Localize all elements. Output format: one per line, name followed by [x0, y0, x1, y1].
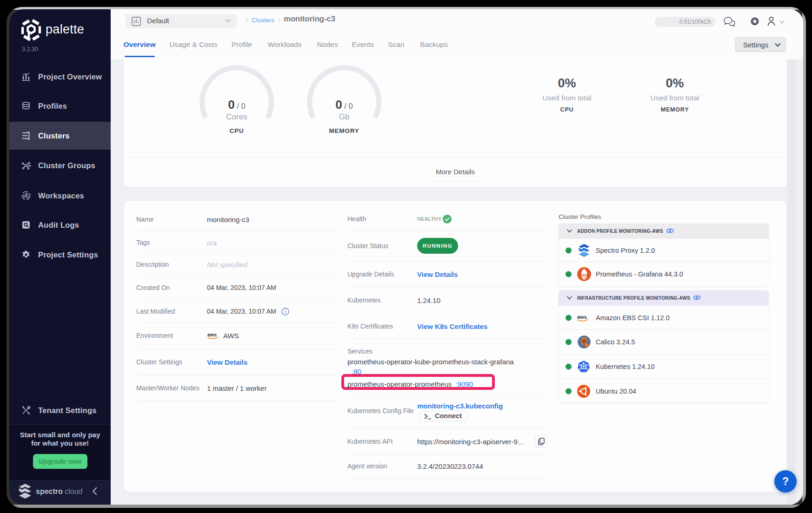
svg-text:aws: aws [207, 332, 217, 337]
svg-text:aws: aws [577, 314, 587, 320]
